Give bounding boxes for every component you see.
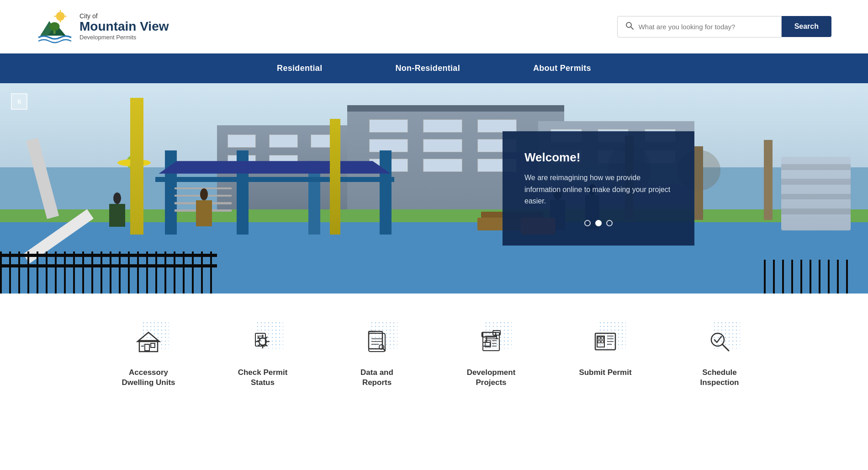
quick-link-check-permit[interactable]: Check PermitStatus [206, 312, 320, 397]
svg-rect-21 [369, 331, 382, 349]
logo-area: City of Mountain View Development Permit… [37, 8, 169, 45]
svg-line-51 [722, 344, 729, 351]
search-input[interactable] [639, 23, 774, 31]
yellow-pole-2 [330, 119, 340, 235]
svg-rect-42 [598, 337, 600, 339]
label-check-permit: Check PermitStatus [238, 368, 288, 388]
icon-wrapper-document [356, 321, 397, 362]
site-header: City of Mountain View Development Permit… [0, 0, 868, 53]
tree-trunk-3 [764, 140, 773, 220]
person-1 [104, 192, 130, 230]
svg-rect-14 [151, 343, 155, 347]
quick-link-submit-permit[interactable]: Submit Permit [548, 312, 662, 397]
search-button[interactable]: Search [782, 16, 831, 37]
schedule-inspection-icon [707, 329, 732, 354]
svg-rect-13 [145, 344, 149, 351]
icon-wrapper-blueprint [471, 321, 512, 362]
gear-icon [250, 329, 275, 354]
nav-item-residential[interactable]: Residential [240, 53, 359, 83]
icon-wrapper-gear [242, 321, 283, 362]
hero-section: ⏸ Welcome! We are reimagining how we pro… [0, 83, 868, 294]
search-icon [625, 21, 634, 32]
search-box[interactable] [617, 16, 782, 37]
nav-item-about-permits[interactable]: About Permits [497, 53, 628, 83]
main-nav: Residential Non-Residential About Permit… [0, 53, 868, 83]
icon-wrapper-inspection [699, 321, 740, 362]
svg-rect-29 [483, 342, 490, 346]
blueprint-icon [478, 329, 504, 354]
svg-rect-43 [601, 337, 603, 339]
carousel-dot-1[interactable] [584, 220, 591, 226]
welcome-title: Welcome! [524, 150, 672, 165]
logo-text: City of Mountain View Development Permit… [79, 12, 169, 41]
carousel-dots [524, 220, 672, 226]
icon-wrapper-submit [585, 321, 626, 362]
welcome-card: Welcome! We are reimagining how we provi… [503, 131, 694, 246]
quick-links-section: AccessoryDwelling Units Check PermitStat… [0, 294, 868, 406]
submit-permit-icon [593, 329, 618, 354]
tree-trunk-2 [694, 146, 703, 220]
svg-rect-44 [598, 341, 600, 343]
person-2 [191, 188, 217, 230]
label-accessory-dwelling: AccessoryDwelling Units [122, 368, 175, 388]
fence-left [0, 241, 217, 294]
svg-point-0 [56, 12, 64, 21]
city-subtitle: Development Permits [79, 34, 169, 41]
house-icon [136, 329, 161, 354]
quick-link-accessory-dwelling[interactable]: AccessoryDwelling Units [91, 312, 206, 397]
pause-icon: ⏸ [16, 98, 22, 105]
label-data-reports: Data andReports [360, 368, 393, 388]
hero-background [0, 83, 868, 294]
carousel-dot-2[interactable] [595, 220, 602, 226]
label-submit-permit: Submit Permit [579, 368, 631, 378]
svg-line-10 [630, 27, 633, 29]
search-area: Search [617, 16, 831, 37]
right-structure [781, 157, 851, 230]
city-prefix: City of [79, 12, 169, 20]
quick-link-schedule-inspection[interactable]: ScheduleInspection [662, 312, 777, 397]
fence-right [764, 251, 851, 294]
site-logo [37, 8, 73, 45]
svg-point-8 [49, 22, 59, 31]
icon-wrapper-house [128, 321, 169, 362]
city-name: Mountain View [79, 20, 169, 34]
label-schedule-inspection: ScheduleInspection [700, 368, 739, 388]
label-development-projects: DevelopmentProjects [467, 368, 516, 388]
quick-link-development[interactable]: DevelopmentProjects [434, 312, 548, 397]
carousel-dot-3[interactable] [606, 220, 613, 226]
quick-link-data-reports[interactable]: Data andReports [320, 312, 434, 397]
document-chart-icon [364, 329, 390, 354]
welcome-text: We are reimagining how we provide inform… [524, 172, 672, 207]
pause-button[interactable]: ⏸ [11, 93, 27, 110]
nav-item-non-residential[interactable]: Non-Residential [359, 53, 497, 83]
svg-rect-45 [601, 341, 603, 343]
playground-slide [0, 115, 156, 230]
